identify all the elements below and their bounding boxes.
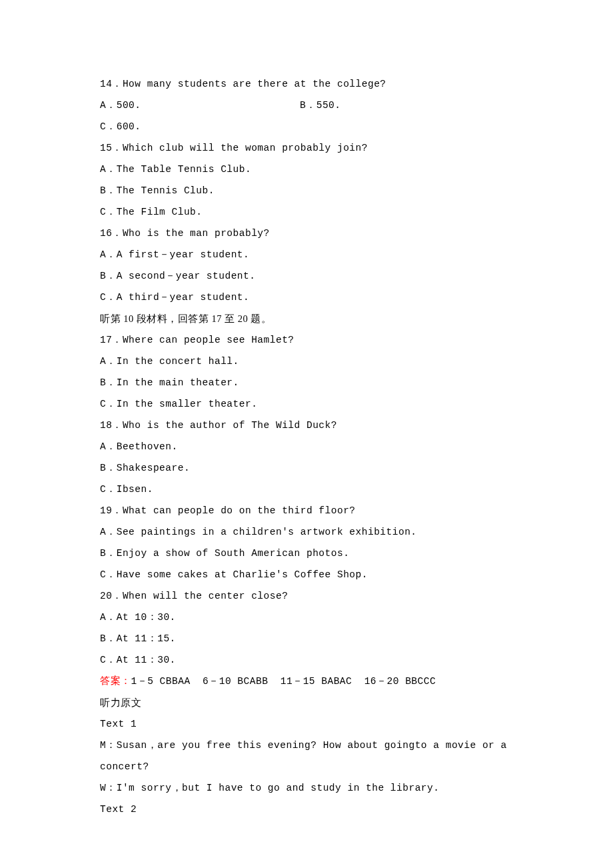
q16-option-a: A．A first－year student. <box>100 244 513 265</box>
text1-label: Text 1 <box>100 713 513 735</box>
q20-option-a: A．At 10：30. <box>100 607 513 628</box>
answers-body: 1－5 CBBAA 6－10 BCABB 11－15 BABAC 16－20 B… <box>131 676 436 687</box>
q18-option-c: C．Ibsen. <box>100 479 513 500</box>
instruction-section-10: 听第 10 段材料，回答第 17 至 20 题。 <box>100 308 513 329</box>
q19-option-c: C．Have some cakes at Charlie's Coffee Sh… <box>100 564 513 585</box>
answers-prefix: 答案： <box>100 676 131 687</box>
transcript-header: 听力原文 <box>100 692 513 713</box>
q16-option-c: C．A third－year student. <box>100 287 513 308</box>
q16-text: 16．Who is the man probably? <box>100 223 513 244</box>
q15-option-a: A．The Table Tennis Club. <box>100 159 513 180</box>
q14-option-b: B．550. <box>300 95 341 116</box>
q15-option-b: B．The Tennis Club. <box>100 180 513 201</box>
q14-option-a: A．500. <box>100 95 300 116</box>
text1-w: W：I'm sorry，but I have to go and study i… <box>100 777 513 799</box>
q14-text: 14．How many students are there at the co… <box>100 73 513 95</box>
q18-option-b: B．Shakespeare. <box>100 457 513 479</box>
q20-text: 20．When will the center close? <box>100 585 513 607</box>
text1-m: M：Susan，are you free this evening? How a… <box>100 735 513 777</box>
q18-text: 18．Who is the author of The Wild Duck? <box>100 415 513 436</box>
q17-option-a: A．In the concert hall. <box>100 351 513 372</box>
q20-option-c: C．At 11：30. <box>100 649 513 671</box>
q17-option-c: C．In the smaller theater. <box>100 393 513 415</box>
answers-line: 答案：1－5 CBBAA 6－10 BCABB 11－15 BABAC 16－2… <box>100 671 513 692</box>
q20-option-b: B．At 11：15. <box>100 628 513 649</box>
q19-text: 19．What can people do on the third floor… <box>100 500 513 521</box>
q17-option-b: B．In the main theater. <box>100 372 513 393</box>
text2-label: Text 2 <box>100 799 513 820</box>
q18-option-a: A．Beethoven. <box>100 436 513 457</box>
q16-option-b: B．A second－year student. <box>100 265 513 287</box>
q19-option-b: B．Enjoy a show of South American photos. <box>100 543 513 564</box>
q17-text: 17．Where can people see Hamlet? <box>100 329 513 351</box>
q19-option-a: A．See paintings in a children's artwork … <box>100 521 513 543</box>
q15-text: 15．Which club will the woman probably jo… <box>100 137 513 159</box>
q15-option-c: C．The Film Club. <box>100 201 513 223</box>
q14-option-c: C．600. <box>100 116 513 137</box>
